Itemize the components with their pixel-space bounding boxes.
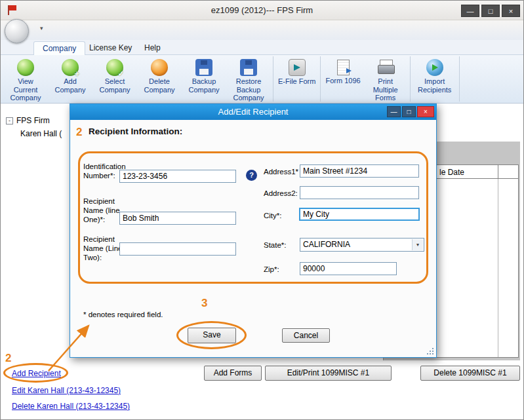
chevron-down-icon[interactable]: ▾: [412, 239, 423, 250]
tree-item-fps-firm[interactable]: FPS Firm: [16, 116, 50, 125]
tree-item-karen-hall[interactable]: Karen Hall (: [20, 129, 62, 138]
required-field-note: * denotes required field.: [83, 311, 163, 318]
annotation-step-3: 3: [201, 297, 207, 310]
add-company-icon: [62, 59, 79, 76]
ribbon-button-label: Select Company: [95, 77, 134, 94]
tree-collapse-icon[interactable]: -: [6, 117, 13, 124]
recipient-name-line-one-input[interactable]: [119, 212, 236, 225]
tab-help[interactable]: Help: [136, 41, 169, 55]
quick-access-toolbar: [1, 20, 523, 40]
delete-recipient-link[interactable]: Delete Karen Hall (213-43-12345): [12, 402, 130, 411]
ribbon-separator: [410, 56, 411, 102]
ribbon-button-backup-company[interactable]: Backup Company: [182, 55, 226, 103]
ribbon-button-select-company[interactable]: Select Company: [92, 55, 137, 103]
zip-input[interactable]: [300, 262, 397, 275]
import-recipients-icon: [426, 59, 443, 76]
backup-company-icon: [195, 59, 212, 76]
form-1096-icon: [337, 60, 350, 75]
cancel-button[interactable]: Cancel: [282, 328, 330, 343]
ribbon-button-label: Restore Backup Company: [229, 77, 268, 102]
window-titlebar: ez1099 (2012)--- FPS Firm — □ ×: [1, 1, 523, 20]
window-title: ez1099 (2012)--- FPS Firm: [1, 5, 523, 15]
ribbon-button-efile-form[interactable]: E-File Form: [275, 55, 318, 103]
annotation-step-2: 2: [76, 126, 82, 139]
address2-label: Address2:: [264, 189, 298, 198]
ribbon-button-label: Import Recipients: [415, 77, 454, 94]
ribbon-button-label: Delete Company: [140, 77, 179, 94]
ribbon-button-view-current-company[interactable]: View Current Company: [3, 55, 48, 103]
print-multiple-forms-icon: [377, 59, 394, 76]
maximize-button[interactable]: □: [481, 5, 500, 17]
application-orb-button[interactable]: [5, 19, 29, 43]
ribbon-button-delete-company[interactable]: Delete Company: [137, 55, 182, 103]
ribbon: View Current Company Add Company Select …: [1, 55, 523, 104]
dialog-minimize-button[interactable]: —: [387, 106, 401, 117]
edit-recipient-link[interactable]: Edit Karen Hall (213-43-12345): [12, 386, 121, 395]
address1-input[interactable]: [300, 164, 419, 178]
app-window: ez1099 (2012)--- FPS Firm — □ × ▾ Compan…: [0, 0, 524, 420]
ribbon-button-restore-backup-company[interactable]: Restore Backup Company: [226, 55, 271, 103]
add-forms-button[interactable]: Add Forms: [204, 366, 262, 381]
address1-label: Address1*: [264, 167, 298, 176]
efile-form-icon: [289, 59, 306, 76]
identification-number-input[interactable]: [119, 170, 236, 183]
ribbon-button-import-recipients[interactable]: Import Recipients: [413, 55, 457, 103]
tab-company[interactable]: Company: [33, 41, 85, 55]
recipient-information-heading: Recipient Information:: [89, 126, 182, 136]
ribbon-button-label: E-File Form: [278, 77, 315, 86]
quick-access-dropdown-icon[interactable]: ▾: [40, 25, 43, 31]
ribbon-button-print-multiple-forms[interactable]: Print Multiple Forms: [363, 55, 408, 103]
tab-license-key[interactable]: License Key: [81, 41, 140, 55]
help-icon[interactable]: ?: [246, 170, 257, 181]
close-button[interactable]: ×: [502, 5, 520, 17]
ribbon-button-label: View Current Company: [6, 77, 45, 102]
ribbon-button-add-company[interactable]: Add Company: [48, 55, 92, 103]
edit-print-1099misc-button[interactable]: Edit/Print 1099MISC #1: [265, 366, 392, 381]
table-column-header[interactable]: le Date: [439, 168, 464, 177]
city-input[interactable]: [299, 208, 420, 221]
ribbon-button-form-1096[interactable]: Form 1096: [323, 55, 363, 103]
ribbon-button-label: Print Multiple Forms: [366, 77, 405, 102]
ribbon-separator: [273, 56, 273, 102]
ribbon-separator: [459, 56, 460, 102]
city-label: City*:: [264, 211, 281, 220]
minimize-button[interactable]: —: [461, 5, 479, 17]
dialog-titlebar: Add/Edit Recipient: [70, 104, 436, 120]
state-select-value: CALIFORNIA: [303, 240, 350, 249]
annotation-step-2-link: 2: [5, 352, 11, 365]
add-edit-recipient-dialog: Add/Edit Recipient — □ × Recipient Infor…: [70, 104, 437, 358]
view-company-icon: [17, 59, 34, 76]
address2-input[interactable]: [300, 186, 419, 199]
dialog-close-button[interactable]: ×: [417, 106, 434, 117]
zip-label: Zip*:: [264, 265, 279, 274]
restore-backup-icon: [240, 59, 257, 76]
ribbon-button-label: Backup Company: [184, 77, 224, 94]
ribbon-button-label: Form 1096: [325, 77, 360, 85]
ribbon-tab-bar: Company License Key Help: [1, 40, 523, 55]
delete-1099misc-button[interactable]: Delete 1099MISC #1: [420, 366, 520, 381]
recipient-name-line-two-input[interactable]: [119, 242, 236, 256]
dialog-maximize-button[interactable]: □: [402, 106, 416, 117]
resize-grip[interactable]: [426, 348, 427, 349]
ribbon-separator: [320, 56, 321, 102]
add-recipient-link[interactable]: Add Recipient: [12, 369, 61, 378]
save-button[interactable]: Save: [188, 328, 236, 343]
ribbon-button-label: Add Company: [50, 77, 90, 94]
state-label: State*:: [264, 240, 287, 250]
select-company-icon: [106, 59, 123, 76]
delete-company-icon: [151, 59, 168, 76]
state-select[interactable]: CALIFORNIA ▾: [300, 238, 424, 252]
